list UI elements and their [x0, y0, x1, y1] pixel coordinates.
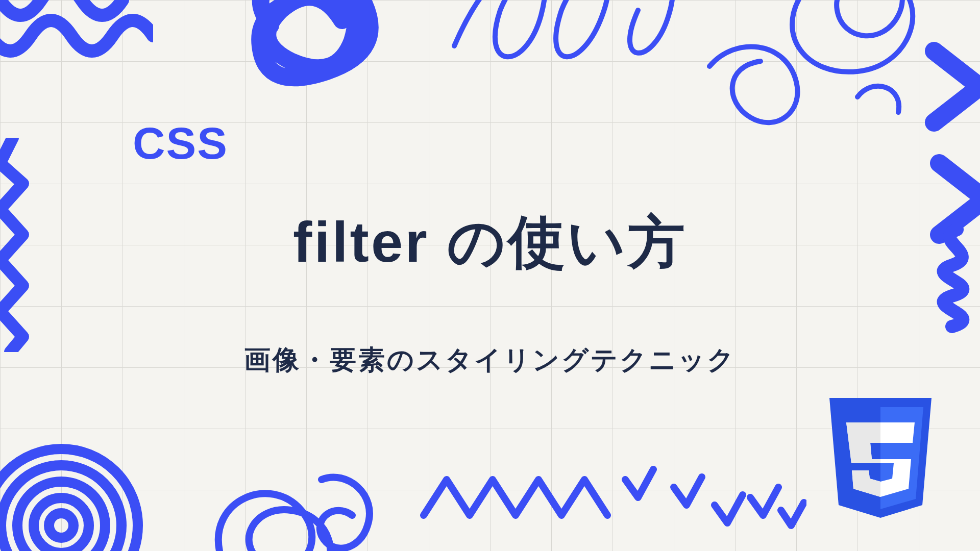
page-title: filter の使い方 — [293, 204, 687, 281]
category-label: CSS — [133, 117, 228, 169]
slide-content: CSS filter の使い方 画像・要素のスタイリングテクニック — [0, 0, 980, 551]
page-subtitle: 画像・要素のスタイリングテクニック — [244, 342, 736, 378]
